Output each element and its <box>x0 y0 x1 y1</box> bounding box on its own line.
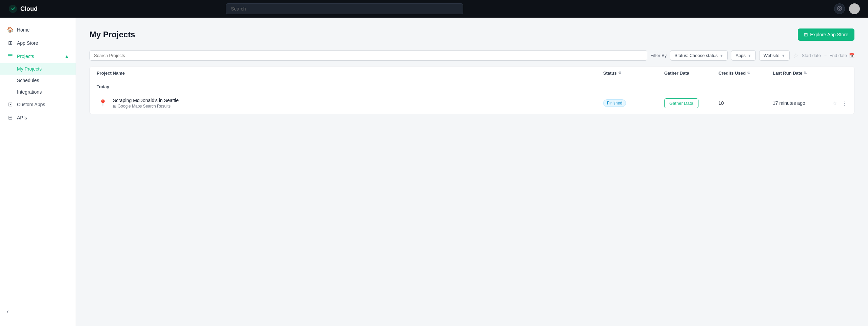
sidebar-collapse-button[interactable]: ‹ <box>0 303 76 321</box>
topnav: Cloud ⓪ <box>0 0 868 18</box>
layout: 🏠 Home ⊞ App Store Projects ▲ My Project… <box>0 18 868 326</box>
col-actions <box>834 71 847 76</box>
collapse-icon: ‹ <box>7 308 9 315</box>
apps-filter-chevron-icon: ▼ <box>748 54 751 58</box>
col-gather-data: Gather Data <box>664 71 718 76</box>
apps-filter-select[interactable]: Apps ▼ <box>731 50 756 61</box>
logo-text: Cloud <box>20 5 38 13</box>
project-app-icon: 📍 <box>97 97 109 109</box>
project-name-wrapper: Scraping McDonald's in Seattle ⊞ Google … <box>113 98 179 109</box>
app-icon-small: ⊞ <box>113 104 116 109</box>
sidebar-item-custom-apps[interactable]: ⊡ Custom Apps <box>0 98 76 111</box>
filter-by-label: Filter By <box>651 53 667 58</box>
sidebar-label-projects: Projects <box>17 54 34 59</box>
projects-table: Project Name Status ⇅ Gather Data Credit… <box>90 66 854 114</box>
status-filter-chevron-icon: ▼ <box>720 54 724 58</box>
row-star-icon[interactable]: ☆ <box>832 100 837 107</box>
status-filter-label: Status: Choose status <box>674 53 717 58</box>
sidebar-item-projects[interactable]: Projects ▲ <box>0 50 76 63</box>
sidebar-label-home: Home <box>17 27 29 33</box>
projects-chevron-icon: ▲ <box>65 54 69 59</box>
projects-icon <box>7 53 14 60</box>
start-date-label: Start date <box>802 53 821 58</box>
gather-data-cell: Gather Data <box>664 98 718 108</box>
sidebar-item-apis[interactable]: ⊟ APIs <box>0 111 76 124</box>
table-row: 📍 Scraping McDonald's in Seattle ⊞ Googl… <box>90 92 854 114</box>
app-store-icon: ⊞ <box>7 40 14 46</box>
sidebar: 🏠 Home ⊞ App Store Projects ▲ My Project… <box>0 18 76 326</box>
page-header: My Projects ⊞ Explore App Store <box>90 28 854 41</box>
row-actions-cell: ☆ ⋮ <box>834 99 847 107</box>
col-credits-used[interactable]: Credits Used ⇅ <box>718 71 773 76</box>
date-separator: → <box>823 53 827 58</box>
sidebar-item-home[interactable]: 🏠 Home <box>0 23 76 36</box>
date-range-filter: Start date → End date 📅 <box>802 53 854 58</box>
credit-button[interactable]: ⓪ <box>834 3 845 14</box>
search-input[interactable] <box>226 3 463 14</box>
credit-icon: ⓪ <box>837 6 842 12</box>
grid-icon: ⊞ <box>804 32 808 37</box>
status-badge: Finished <box>603 99 626 107</box>
logo-icon <box>8 4 18 14</box>
sidebar-label-my-projects: My Projects <box>17 66 42 72</box>
col-status[interactable]: Status ⇅ <box>603 71 664 76</box>
calendar-icon[interactable]: 📅 <box>849 53 854 58</box>
apps-filter-label: Apps <box>735 53 746 58</box>
custom-apps-icon: ⊡ <box>7 101 14 108</box>
explore-btn-label: Explore App Store <box>810 32 848 37</box>
star-filter-icon[interactable]: ☆ <box>793 52 798 59</box>
search-container <box>226 3 463 14</box>
sidebar-item-my-projects[interactable]: My Projects <box>0 63 76 75</box>
home-icon: 🏠 <box>7 26 14 33</box>
status-sort-icon: ⇅ <box>618 71 621 75</box>
credits-used-cell: 10 <box>718 100 773 106</box>
sidebar-item-integrations[interactable]: Integrations <box>0 86 76 98</box>
sidebar-label-integrations: Integrations <box>17 89 42 95</box>
project-search-container <box>90 50 647 61</box>
sidebar-label-app-store: App Store <box>17 40 38 46</box>
main-content: My Projects ⊞ Explore App Store Filter B… <box>76 18 868 326</box>
sidebar-item-schedules[interactable]: Schedules <box>0 75 76 86</box>
sidebar-item-app-store[interactable]: ⊞ App Store <box>0 36 76 50</box>
sidebar-label-custom-apps: Custom Apps <box>17 102 45 107</box>
project-info-cell: 📍 Scraping McDonald's in Seattle ⊞ Googl… <box>97 97 603 109</box>
sidebar-label-schedules: Schedules <box>17 78 39 83</box>
sidebar-label-apis: APIs <box>17 115 27 120</box>
status-filter-select[interactable]: Status: Choose status ▼ <box>670 50 728 61</box>
col-last-run[interactable]: Last Run Date ⇅ <box>773 71 834 76</box>
gather-data-button[interactable]: Gather Data <box>664 98 698 108</box>
filter-bar: Filter By Status: Choose status ▼ Apps ▼… <box>90 50 854 61</box>
project-app-name: ⊞ Google Maps Search Results <box>113 104 179 109</box>
logo[interactable]: Cloud <box>8 4 38 14</box>
section-today: Today <box>90 80 854 92</box>
website-filter-chevron-icon: ▼ <box>782 54 785 58</box>
lastrun-sort-icon: ⇅ <box>804 71 807 75</box>
explore-app-store-button[interactable]: ⊞ Explore App Store <box>798 28 854 41</box>
page-title: My Projects <box>90 30 135 39</box>
table-header: Project Name Status ⇅ Gather Data Credit… <box>90 66 854 80</box>
status-cell: Finished <box>603 99 664 107</box>
credits-sort-icon: ⇅ <box>747 71 750 75</box>
website-filter-select[interactable]: Website ▼ <box>759 50 790 61</box>
col-project-name: Project Name <box>97 71 603 76</box>
topnav-right: ⓪ <box>834 3 860 14</box>
project-name: Scraping McDonald's in Seattle <box>113 98 179 103</box>
end-date-label: End date <box>829 53 847 58</box>
last-run-cell: 17 minutes ago <box>773 100 834 106</box>
row-more-icon[interactable]: ⋮ <box>841 99 847 107</box>
website-filter-label: Website <box>764 53 780 58</box>
project-search-input[interactable] <box>90 50 647 61</box>
avatar[interactable] <box>849 3 860 14</box>
apis-icon: ⊟ <box>7 114 14 121</box>
